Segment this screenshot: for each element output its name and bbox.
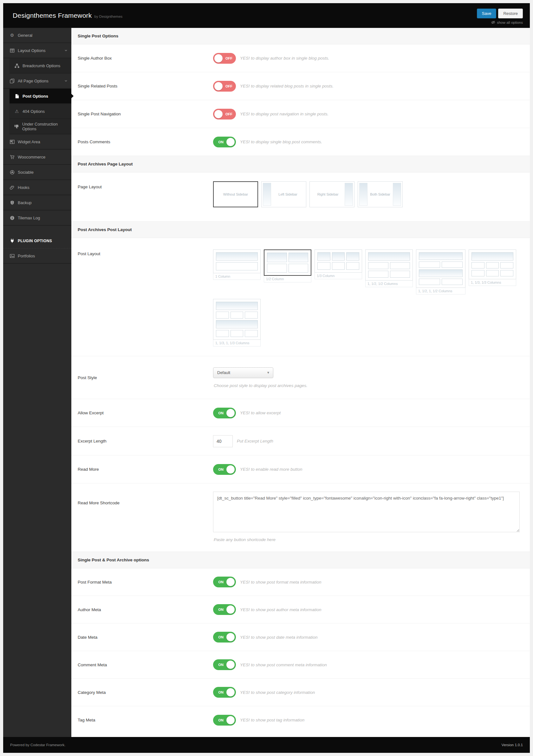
post-layout-option-third-column[interactable]: 1/3 Column — [315, 250, 362, 279]
gears-icon: ⚙ — [10, 33, 14, 38]
section-header-post-archives-page-layout: Post Archives Page Layout — [71, 156, 530, 173]
setting-label: Page Layout — [71, 181, 213, 212]
comment-meta-toggle[interactable]: ON — [213, 659, 236, 670]
category-meta-toggle[interactable]: ON — [213, 687, 236, 698]
setting-row-read-more: Read More ON YES! to enable read more bu… — [71, 455, 530, 483]
sidebar-item-label: Post Options — [22, 94, 48, 98]
sidebar-heading-plugin-options[interactable]: PLUGIN OPTIONS — [3, 233, 71, 249]
setting-note: YES! to display author box in single blo… — [240, 56, 329, 61]
sidebar-item-label: Portfolios — [18, 254, 35, 258]
single-post-navigation-toggle[interactable]: OFF — [213, 109, 236, 120]
toggle-knob — [226, 409, 235, 417]
setting-label: Post Format Meta — [71, 568, 213, 596]
sidebar-item-widget-area[interactable]: Widget Area — [3, 134, 71, 149]
post-layout-option-1-third-third[interactable]: 1, 1/3, 1/3 Columns — [469, 250, 516, 286]
paperclip-icon — [10, 185, 14, 190]
post-layout-option-1-third-1-third[interactable]: 1, 1/3, 1, 1/3 Columns — [213, 299, 261, 346]
thumb-label: Both Sidebar — [368, 183, 393, 206]
widget-icon — [10, 140, 14, 144]
toggle-state-label: ON — [218, 411, 224, 415]
post-layout-option-half-column[interactable]: 1/2 Column — [264, 250, 311, 283]
setting-label: Excerpt Length — [71, 427, 213, 455]
powered-by-text: Powered by Codestar Framework. — [10, 743, 65, 747]
toggle-knob — [226, 688, 235, 696]
sidebar-item-label: Layout Options — [18, 48, 45, 53]
read-more-shortcode-textarea[interactable]: [dt_sc_button title="Read More" style="f… — [213, 492, 520, 532]
sidebar-item-label: Breadcrumb Options — [22, 64, 60, 68]
sidebar-item-breadcrumb-options[interactable]: Breadcrumb Options — [10, 58, 71, 73]
sidebar-strip — [345, 183, 353, 206]
setting-label: Single Author Box — [71, 44, 213, 72]
header-buttons: Save Restore — [477, 9, 523, 18]
date-meta-toggle[interactable]: ON — [213, 632, 236, 642]
single-author-box-toggle[interactable]: OFF — [213, 53, 236, 64]
page-layout-option-right-sidebar[interactable]: Right Sidebar — [309, 181, 354, 207]
allow-excerpt-toggle[interactable]: ON — [213, 408, 236, 418]
toggle-knob — [226, 138, 235, 146]
setting-row-allow-excerpt: Allow Excerpt ON YES! to allow excerpt — [71, 399, 530, 427]
eye-slash-icon — [491, 20, 495, 24]
caret-down-icon: ▼ — [266, 371, 270, 374]
setting-note: YES! to show post date meta information — [240, 635, 318, 640]
section-header-post-archives-post-layout: Post Archives Post Layout — [71, 222, 530, 238]
author-meta-toggle[interactable]: ON — [213, 604, 236, 615]
toggle-state-label: ON — [218, 690, 224, 694]
toggle-knob — [214, 54, 223, 63]
page-layout-option-without-sidebar[interactable]: Without Sidebar — [213, 181, 258, 207]
post-format-meta-toggle[interactable]: ON — [213, 577, 236, 587]
setting-note: Put Excerpt Length — [237, 439, 273, 444]
save-button[interactable]: Save — [477, 9, 496, 18]
page-layout-option-both-sidebar[interactable]: Both Sidebar — [358, 181, 403, 207]
toggle-state-label: OFF — [225, 112, 233, 116]
setting-note: Choose post style to display post archiv… — [214, 383, 308, 388]
excerpt-length-input[interactable] — [213, 435, 233, 447]
sidebar-strip — [263, 183, 271, 206]
sidebar-item-woocommerce[interactable]: Woocommerce — [3, 149, 71, 165]
toggle-state-label: ON — [218, 718, 224, 722]
plug-icon — [10, 238, 14, 243]
sidebar-item-404-options[interactable]: ⚠ 404 Options — [10, 104, 71, 119]
cart-icon — [10, 155, 14, 159]
info-icon — [10, 216, 14, 220]
version-text: Version 1.0.1 — [502, 743, 523, 747]
post-layout-option-1-column[interactable]: 1 Column — [213, 250, 261, 280]
sidebar-item-general[interactable]: ⚙ General — [3, 28, 71, 43]
single-related-posts-toggle[interactable]: OFF — [213, 81, 236, 92]
sidebar-item-all-page-options[interactable]: All Page Options — [3, 73, 71, 89]
select-value: Default — [217, 370, 230, 375]
post-style-select[interactable]: Default ▼ — [213, 367, 273, 378]
thumb-label: 1, 1/3, 1, 1/3 Columns — [213, 340, 261, 346]
sidebar-item-label: Under Construction Options — [22, 122, 68, 131]
post-layout-option-1-half-half[interactable]: 1, 1/2, 1/2 Columns — [365, 250, 413, 287]
thumb-label: 1, 1/2, 1, 1/2 Columns — [416, 288, 465, 294]
sidebar-item-under-construction-options[interactable]: Under Construction Options — [10, 119, 71, 134]
app-window: Designthemes Framework by Designthemes S… — [3, 3, 530, 753]
sidebar-item-backup[interactable]: Backup — [3, 195, 71, 210]
tag-meta-toggle[interactable]: ON — [213, 715, 236, 726]
setting-row-read-more-shortcode: Read More Shortcode [dt_sc_button title=… — [71, 483, 530, 552]
toggle-knob — [226, 716, 235, 724]
sidebar-item-post-options[interactable]: Post Options — [10, 89, 71, 104]
sidebar-item-portfolios[interactable]: Portfolios — [3, 249, 71, 264]
setting-label: Post Style — [71, 364, 213, 391]
toggle-state-label: OFF — [225, 56, 233, 60]
read-more-toggle[interactable]: ON — [213, 464, 236, 475]
toggle-knob — [214, 82, 223, 90]
toggle-state-label: ON — [218, 468, 224, 472]
chevron-down-icon — [64, 49, 68, 52]
sidebar-item-layout-options[interactable]: Layout Options — [3, 43, 71, 58]
sidebar-item-tilemax-log[interactable]: Tilemax Log — [3, 210, 71, 226]
page-layout-option-left-sidebar[interactable]: Left Sidebar — [261, 181, 306, 207]
post-layout-option-1-half-1-half[interactable]: 1, 1/2, 1, 1/2 Columns — [416, 250, 465, 294]
title-wrap: Designthemes Framework by Designthemes — [13, 12, 123, 19]
setting-label: Post Layout — [71, 250, 213, 346]
sidebar-item-hooks[interactable]: Hooks — [3, 180, 71, 195]
posts-comments-toggle[interactable]: ON — [213, 137, 236, 148]
app-header: Designthemes Framework by Designthemes S… — [3, 3, 530, 28]
sidebar-item-label: Woocommerce — [18, 155, 45, 159]
restore-button[interactable]: Restore — [498, 9, 523, 18]
sidebar-item-label: All Page Options — [18, 79, 48, 83]
globe-icon — [10, 170, 14, 175]
show-all-options-link[interactable]: show all options — [491, 20, 523, 24]
sidebar-item-sociable[interactable]: Sociable — [3, 165, 71, 180]
